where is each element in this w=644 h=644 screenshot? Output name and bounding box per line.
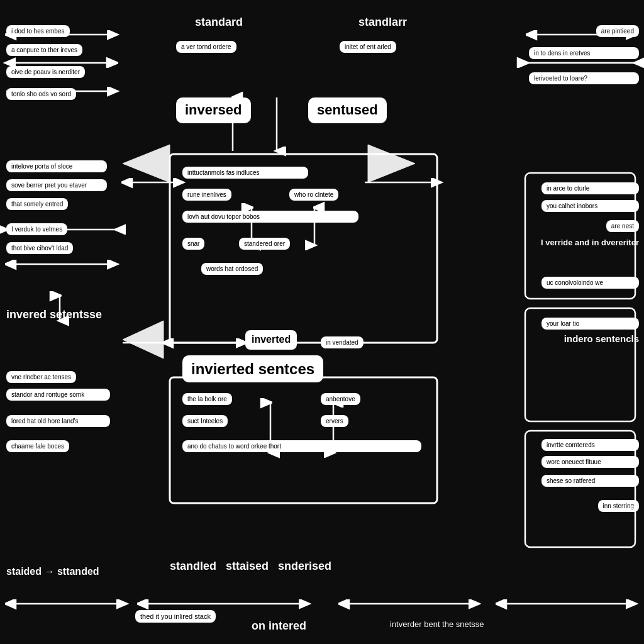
in-vendated: in vendated (321, 336, 364, 348)
left-item-3: oive de poauv is nerditer (6, 66, 85, 78)
heading-standard: standard (195, 16, 243, 29)
right-item-1: are pintieed (596, 25, 639, 37)
inverted-sentences-label: invierted sentces (182, 355, 323, 382)
svg-marker-17 (123, 145, 170, 182)
main-label-sentused: sentused (308, 97, 387, 123)
bottom-right-text: intverder bent the snetsse (390, 619, 484, 629)
right-bot-3: shese so ratfered (541, 475, 639, 487)
right-item-3: lerivoeted to loare? (529, 72, 639, 84)
bottom-label-2: sttaised (226, 560, 269, 572)
center-snar: snar (182, 238, 204, 250)
right-mid-1: your loar tio (541, 318, 639, 330)
bottom-label-3: snderised (278, 560, 331, 572)
left-item-6: sove berrer pret you etaver (6, 179, 107, 191)
center-bottom-2: anbentove (321, 393, 360, 405)
center-top-2: initet of ent arled (340, 41, 396, 53)
svg-marker-18 (368, 145, 415, 182)
heading-standlarr: standlarr (358, 16, 407, 29)
center-3: who ro clntete (289, 189, 338, 201)
svg-marker-25 (123, 321, 164, 358)
right-large-text: I verride and in dvereriter (541, 238, 639, 247)
right-mid-heading: indero sentencls (564, 333, 639, 344)
right-bot-2: worc oneuect fituue (541, 456, 639, 468)
left-bottom-1: vne rlncber ac tenses (6, 371, 76, 383)
right-bot-1: invrtte comtereds (541, 439, 639, 451)
left-item-2: a canpure to ther ireves (6, 44, 82, 56)
center-standered: standered orer (239, 238, 290, 250)
bottom-center-text: on intered (252, 619, 306, 633)
center-words: words hat ordosed (201, 263, 263, 275)
left-bottom-4: chaame fale boces (6, 440, 69, 452)
left-item-7: that somely entred (6, 198, 68, 210)
right-box-3: are nest (606, 220, 639, 232)
center-bottom-3: suct Inteeles (182, 415, 228, 427)
center-bottom-4: ervers (321, 415, 348, 427)
center-top-1: a ver tornd ordere (176, 41, 236, 53)
left-bottom-2: standor and rontuge somk (6, 389, 110, 401)
center-4: lovh aut dovu topor bobos (182, 211, 358, 223)
svg-rect-34 (170, 154, 437, 343)
center-1: inttuctanmols fas indluces (182, 167, 308, 179)
left-item-9: thot bive cihov't ldad (6, 242, 73, 254)
bottom-stack: thed it you inlired stack (135, 610, 216, 623)
center-2: rune inenlives (182, 189, 231, 201)
right-box-1: in arce to cturle (541, 182, 639, 194)
bottom-left-label: staided → sttanded (6, 566, 99, 577)
right-item-2: in to dens in eretves (529, 47, 639, 59)
left-item-1: i dod to hes embes (6, 25, 70, 37)
diagram-container: i dod to hes embes a canpure to ther ire… (0, 0, 644, 644)
left-item-8: I verduk to velmes (6, 223, 67, 235)
left-item-5: intelove porta of sloce (6, 160, 107, 172)
right-bot-5: ← in ore (611, 503, 639, 512)
center-bottom-5: ano do chatus to word orkee thort (182, 440, 421, 452)
left-item-4: tonlo sho ods vo sord (6, 88, 76, 100)
inverted-label: inverted (245, 330, 297, 350)
left-bottom-3: lored hat old hore land's (6, 415, 110, 427)
right-box-2: you calhet inobors (541, 200, 639, 212)
center-bottom-1: the la bolk ore (182, 393, 232, 405)
right-box-4: uc conolvoloindo we (541, 277, 639, 289)
inverted-sentences-large: invered setentsse (6, 308, 102, 321)
bottom-center-labels: standled sttaised snderised (170, 560, 331, 573)
bottom-label-1: standled (170, 560, 216, 572)
main-label-inversed: inversed (176, 97, 251, 123)
